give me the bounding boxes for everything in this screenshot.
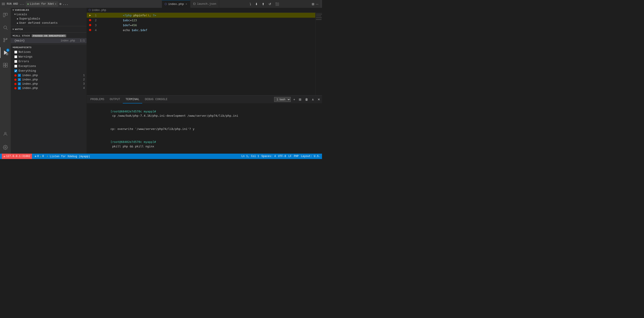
step-over-button[interactable]: ⤵ bbox=[249, 1, 252, 7]
more-options-icon[interactable]: ... bbox=[62, 2, 68, 6]
step-out-button[interactable]: ⬆ bbox=[261, 1, 266, 7]
tab-terminal[interactable]: TERMINAL bbox=[123, 96, 142, 103]
user-defined-constants-item[interactable]: ▶ User defined constants bbox=[11, 21, 86, 25]
line-content-4: echo $abc.$def bbox=[98, 25, 147, 35]
bp-file-item-4[interactable]: index.php 4 bbox=[11, 86, 86, 90]
bp-indicator-2 bbox=[88, 19, 92, 21]
bp-file-item-1[interactable]: index.php 1 bbox=[11, 73, 86, 77]
line-number-1: 1 bbox=[92, 14, 98, 17]
terminal-content[interactable]: [root@68402e7d570c myapp]# cp /www/bak/p… bbox=[87, 103, 322, 154]
new-terminal-button[interactable]: + bbox=[292, 97, 296, 102]
terminal-prompt-2: [root@68402e7d570c myapp]# bbox=[110, 140, 156, 143]
activity-source-control[interactable] bbox=[0, 35, 11, 46]
svg-point-4 bbox=[4, 38, 5, 40]
code-editor[interactable]: ▶ 1 <?php phpinfo(); ?> 2 $abc=123 bbox=[87, 13, 315, 95]
panel-area: PROBLEMS OUTPUT TERMINAL DEBUG CONSOLE 1… bbox=[87, 95, 322, 154]
error-icon: ⊗ bbox=[35, 155, 36, 158]
stop-button[interactable]: ⬛ bbox=[274, 1, 280, 7]
call-stack-chevron-icon: ▼ bbox=[12, 35, 14, 37]
bp-file-item-2[interactable]: index.php 2 bbox=[11, 77, 86, 82]
activity-settings[interactable] bbox=[0, 142, 11, 153]
locals-label: Locals bbox=[16, 13, 27, 16]
tab-debug-console[interactable]: DEBUG CONSOLE bbox=[142, 96, 170, 103]
maximize-panel-button[interactable]: ∧ bbox=[311, 97, 315, 102]
status-spaces[interactable]: Spaces: 4 bbox=[262, 155, 276, 158]
debug-arrow-icon: ▶ bbox=[88, 14, 92, 17]
menu-hamburger-icon[interactable] bbox=[2, 2, 5, 6]
divider-1 bbox=[11, 26, 86, 26]
status-line-ending[interactable]: LF bbox=[288, 155, 292, 158]
bp-file-item-3[interactable]: index.php 3 bbox=[11, 82, 86, 86]
tab-index-php[interactable]: ⬡ index.php ✕ bbox=[162, 0, 190, 8]
status-layout[interactable]: Layout: U.S. bbox=[301, 155, 320, 158]
breakpoints-chevron-icon: ▼ bbox=[12, 46, 14, 49]
step-into-button[interactable]: ⬇ bbox=[254, 1, 259, 7]
notices-checkbox[interactable] bbox=[14, 51, 17, 54]
title-bar: RUN AND ... ▶ Listen for Xdet ▾ ⚙ ... ⬡ … bbox=[0, 0, 322, 8]
terminal-selector[interactable]: 1: bash bbox=[274, 97, 291, 102]
svg-rect-9 bbox=[3, 63, 5, 65]
svg-line-3 bbox=[6, 29, 8, 30]
tab-close-icon[interactable]: ✕ bbox=[185, 2, 188, 6]
php-file-icon: ⬡ bbox=[164, 3, 167, 6]
bp-linenum-1: 1 bbox=[83, 74, 85, 77]
activity-explorer[interactable] bbox=[0, 10, 11, 20]
play-icon: ▶ bbox=[28, 3, 29, 5]
bp-checked-2 bbox=[18, 78, 21, 81]
call-stack-badge: PAUSED ON BREAKPOINT bbox=[32, 35, 66, 37]
breakpoint-exceptions: Exceptions bbox=[11, 64, 86, 69]
errors-checkbox[interactable] bbox=[14, 60, 17, 63]
panel-tab-actions: 1: bash + ⊞ 🗑 ∧ ✕ bbox=[274, 97, 321, 102]
status-encoding[interactable]: UTF-8 bbox=[278, 155, 286, 158]
variables-header[interactable]: ▼ VARIABLES bbox=[11, 8, 86, 12]
svg-point-13 bbox=[4, 132, 6, 134]
superglobals-chevron-icon: ▶ bbox=[17, 18, 18, 20]
svg-rect-11 bbox=[3, 65, 5, 67]
bp-linenum-4: 4 bbox=[83, 87, 85, 90]
status-errors-warnings[interactable]: ⊗ 0 ⚠ 0 bbox=[35, 155, 44, 158]
more-editor-actions[interactable]: ··· bbox=[316, 2, 318, 6]
everything-checkbox[interactable] bbox=[14, 69, 17, 72]
breakpoint-everything: Everything bbox=[11, 69, 86, 73]
restart-button[interactable]: ↺ bbox=[268, 1, 272, 7]
call-stack-main-item[interactable]: {main} index.php 1:1 bbox=[11, 38, 86, 43]
status-language[interactable]: PHP bbox=[294, 155, 299, 158]
bp-checked-4 bbox=[18, 87, 21, 90]
superglobals-item[interactable]: ▶ Superglobals bbox=[11, 17, 86, 21]
call-stack-header[interactable]: ▼ CALL STACK PAUSED ON BREAKPOINT bbox=[11, 34, 86, 38]
settings-icon[interactable]: ⚙ bbox=[60, 2, 61, 6]
exceptions-checkbox[interactable] bbox=[14, 65, 17, 68]
status-debug-config[interactable]: ⚡ Listen for Xdebug (myapp) bbox=[46, 155, 90, 158]
activity-search[interactable] bbox=[0, 22, 11, 33]
activity-account[interactable] bbox=[0, 128, 11, 139]
bp-dot-4 bbox=[14, 87, 16, 89]
tab-problems[interactable]: PROBLEMS bbox=[88, 96, 107, 103]
tab-output[interactable]: OUTPUT bbox=[107, 96, 123, 103]
split-editor-button[interactable]: ⊞ bbox=[312, 2, 314, 6]
activity-extensions[interactable] bbox=[0, 60, 11, 71]
warnings-checkbox[interactable] bbox=[14, 55, 17, 58]
warning-icon: ⚠ bbox=[40, 155, 41, 158]
locals-item[interactable]: ▼ Locals bbox=[11, 12, 86, 17]
status-bar: ⇄ 127.0.0.1:31002 ⊗ 0 ⚠ 0 ⚡ Listen for X… bbox=[0, 154, 322, 159]
status-debug-indicator[interactable]: ⇄ 127.0.0.1:31002 bbox=[2, 154, 32, 159]
watch-header[interactable]: ▼ WATCH bbox=[11, 27, 86, 32]
activity-bar: 1 bbox=[0, 8, 11, 154]
remote-icon: ⇄ bbox=[4, 155, 5, 158]
bp-dot-2 bbox=[14, 79, 16, 81]
split-terminal-button[interactable]: ⊞ bbox=[298, 97, 302, 102]
close-panel-button[interactable]: ✕ bbox=[317, 97, 321, 102]
variables-section: ▼ VARIABLES ▼ Locals ▶ Superglobals ▶ Us… bbox=[11, 8, 86, 25]
tab-label-launch-json: launch.json bbox=[197, 2, 216, 6]
svg-rect-12 bbox=[6, 65, 8, 67]
tab-launch-json[interactable]: {} launch.json bbox=[190, 0, 219, 8]
debug-config-dropdown[interactable]: ▶ Listen for Xdet ▾ bbox=[26, 1, 58, 7]
kill-terminal-button[interactable]: 🗑 bbox=[304, 97, 309, 102]
bp-checked-3 bbox=[18, 82, 21, 85]
breakpoints-header[interactable]: ▼ BREAKPOINTS bbox=[11, 45, 86, 50]
divider-2 bbox=[11, 33, 86, 33]
svg-point-2 bbox=[4, 26, 7, 29]
status-position[interactable]: Ln 1, Col 1 bbox=[242, 155, 259, 158]
activity-run-debug[interactable]: 1 bbox=[0, 47, 11, 58]
terminal-line-2: cp: overwrite '/www/server/php74/lib/php… bbox=[90, 122, 319, 135]
